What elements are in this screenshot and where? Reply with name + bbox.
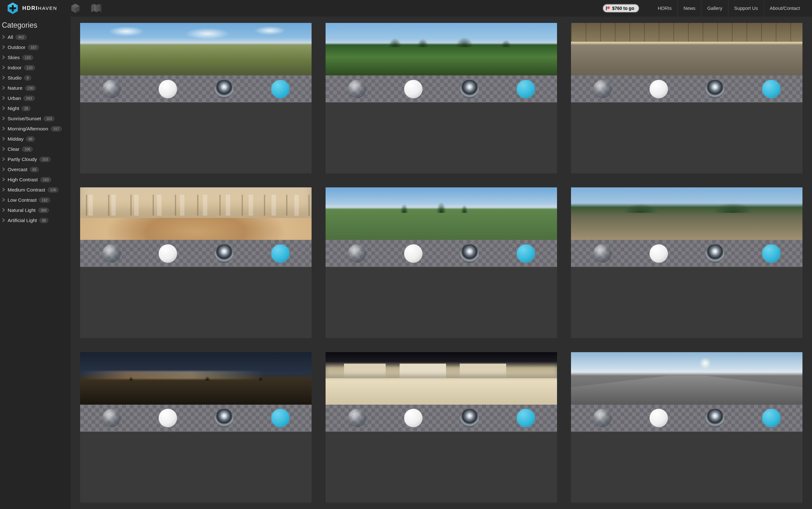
- funding-goal-pill[interactable]: $760 to go: [602, 4, 639, 13]
- site-logo[interactable]: HDRIHAVEN: [6, 2, 57, 14]
- category-sunrise-sunset[interactable]: Sunrise/Sunset103: [2, 113, 69, 124]
- category-count: 103: [43, 116, 54, 121]
- chevron-right-icon: [2, 116, 5, 122]
- category-midday[interactable]: Midday88: [2, 134, 69, 144]
- main-nav: HDRIsNewsGallerySupport UsAbout/Contact: [652, 0, 806, 16]
- chevron-right-icon: [2, 126, 5, 132]
- nav-support-us[interactable]: Support Us: [728, 0, 764, 16]
- hdri-render-spheres: [571, 240, 803, 267]
- sphere-white: [650, 409, 668, 427]
- hdri-card[interactable]: [326, 23, 557, 173]
- chevron-right-icon: [2, 34, 5, 40]
- category-outdoor[interactable]: Outdoor337: [2, 42, 69, 53]
- sphere-white: [404, 244, 422, 263]
- category-high-contrast[interactable]: High Contrast163: [2, 175, 69, 185]
- category-label: Nature: [8, 85, 23, 91]
- sphere-blue: [517, 80, 535, 98]
- svg-marker-7: [91, 4, 94, 12]
- hdri-card[interactable]: [326, 188, 557, 338]
- category-label: Outdoor: [8, 44, 26, 50]
- hdri-panorama-preview: [571, 23, 803, 75]
- logo-icon: [6, 2, 19, 14]
- category-medium-contrast[interactable]: Medium Contrast126: [2, 185, 69, 195]
- hdri-card[interactable]: [571, 352, 803, 503]
- sister-site-links: [70, 3, 102, 14]
- chevron-right-icon: [2, 197, 5, 203]
- nav-hdris[interactable]: HDRIs: [652, 0, 677, 16]
- category-label: Morning/Afternoon: [8, 126, 48, 132]
- sphere-white: [159, 409, 177, 427]
- chevron-right-icon: [2, 106, 5, 111]
- logo-text: HDRIHAVEN: [22, 5, 57, 11]
- hdri-render-spheres: [326, 75, 557, 102]
- category-label: Medium Contrast: [8, 187, 45, 193]
- category-label: High Contrast: [8, 177, 38, 182]
- category-artificial-light[interactable]: Artificial Light88: [2, 215, 69, 226]
- gallery-grid: [71, 16, 812, 509]
- category-all[interactable]: All452: [2, 32, 69, 42]
- hdri-render-spheres: [326, 405, 557, 432]
- sphere-blue: [517, 244, 535, 263]
- sphere-glass: [102, 409, 121, 427]
- sphere-blue: [271, 409, 290, 427]
- hdri-card[interactable]: [80, 352, 311, 503]
- category-count: 28: [22, 106, 31, 111]
- category-clear[interactable]: Clear106: [2, 144, 69, 154]
- category-label: Indoor: [8, 65, 22, 71]
- chevron-right-icon: [2, 55, 5, 61]
- chevron-right-icon: [2, 157, 5, 162]
- sphere-white: [159, 244, 177, 263]
- hdri-render-spheres: [80, 75, 311, 102]
- svg-marker-10: [99, 4, 102, 12]
- texture-haven-icon[interactable]: [70, 3, 81, 14]
- sphere-glass: [593, 409, 612, 427]
- hdri-panorama-preview: [571, 188, 803, 240]
- category-label: Clear: [8, 146, 20, 152]
- chevron-right-icon: [2, 207, 5, 213]
- sphere-blue: [762, 244, 780, 263]
- category-low-contrast[interactable]: Low Contrast162: [2, 195, 69, 205]
- category-count: 157: [51, 126, 62, 131]
- category-count: 163: [40, 177, 51, 182]
- sphere-glass: [593, 80, 612, 98]
- category-overcast[interactable]: Overcast66: [2, 165, 69, 175]
- category-skies[interactable]: Skies120: [2, 53, 69, 63]
- hdri-card[interactable]: [80, 23, 311, 173]
- hdri-render-spheres: [571, 75, 803, 102]
- hdri-panorama-preview: [326, 188, 557, 240]
- chevron-right-icon: [2, 85, 5, 91]
- hdri-card[interactable]: [80, 188, 311, 338]
- nav-gallery[interactable]: Gallery: [701, 0, 728, 16]
- hdri-card[interactable]: [326, 352, 557, 503]
- category-indoor[interactable]: Indoor120: [2, 63, 69, 73]
- nav-about-contact[interactable]: About/Contact: [764, 0, 806, 16]
- category-nature[interactable]: Nature230: [2, 83, 69, 93]
- hdri-card[interactable]: [571, 23, 803, 173]
- category-count: 388: [38, 208, 49, 213]
- sphere-chrome: [215, 80, 233, 98]
- category-natural-light[interactable]: Natural Light388: [2, 205, 69, 215]
- nav-news[interactable]: News: [677, 0, 701, 16]
- category-partly-cloudy[interactable]: Partly Cloudy153: [2, 154, 69, 165]
- sphere-white: [404, 409, 422, 427]
- sphere-chrome: [706, 409, 724, 427]
- hdri-card[interactable]: [571, 188, 803, 338]
- sphere-white: [159, 80, 177, 98]
- category-morning-afternoon[interactable]: Morning/Afternoon157: [2, 124, 69, 134]
- category-urban[interactable]: Urban243: [2, 93, 69, 103]
- sphere-chrome: [215, 244, 233, 263]
- category-count: 243: [24, 96, 34, 101]
- category-night[interactable]: Night28: [2, 103, 69, 113]
- sphere-glass: [348, 409, 366, 427]
- sphere-chrome: [215, 409, 233, 427]
- category-studio[interactable]: Studio8: [2, 73, 69, 83]
- hdri-panorama-preview: [326, 352, 557, 405]
- sphere-white: [404, 80, 422, 98]
- category-label: Midday: [8, 136, 24, 142]
- sphere-chrome: [460, 409, 479, 427]
- sphere-chrome: [706, 244, 724, 263]
- sphere-glass: [348, 80, 366, 98]
- model-haven-icon[interactable]: [90, 3, 102, 14]
- category-count: 66: [30, 167, 39, 172]
- sphere-white: [650, 244, 668, 263]
